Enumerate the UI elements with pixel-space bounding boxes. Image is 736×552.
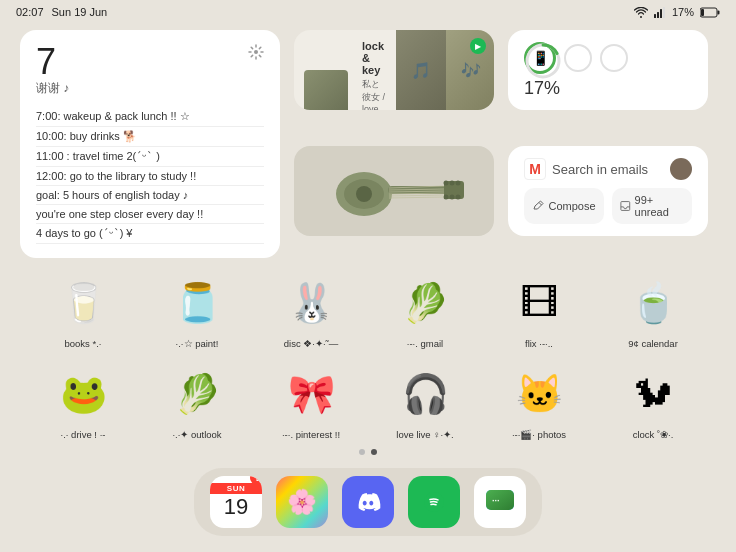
app-icon-photos[interactable]: 🐱: [508, 363, 570, 425]
app-label-flix: flix ·-·..: [525, 338, 553, 349]
status-bar: 02:07 Sun 19 Jun 17%: [0, 0, 736, 22]
status-time: 02:07: [16, 6, 44, 18]
app-flix[interactable]: 🎞 flix ·-·..: [486, 272, 592, 349]
app-lovelive[interactable]: 🎧 love live ♀·✦.: [372, 363, 478, 440]
dock-calendar[interactable]: SUN 19 9: [210, 476, 262, 528]
spotify-icon: ▶: [470, 38, 486, 54]
dock-calendar-badge: 9: [250, 476, 262, 484]
drive-icon: 🐸: [60, 375, 107, 413]
note-item-5: you're one step closer every day !!: [36, 205, 264, 224]
status-date: Sun 19 Jun: [52, 6, 108, 18]
dock-messages[interactable]: ···: [474, 476, 526, 528]
svg-rect-5: [718, 10, 720, 14]
app-icon-lovelive[interactable]: 🎧: [394, 363, 456, 425]
dock-spotify[interactable]: [408, 476, 460, 528]
app-icon-gmail[interactable]: 🥬: [394, 272, 456, 334]
app-paint[interactable]: 🫙 ·.·☆ paint!: [144, 272, 250, 349]
gmail-logo: M: [524, 158, 546, 180]
compose-button[interactable]: Compose: [524, 188, 604, 224]
page-dot-1[interactable]: [359, 449, 365, 455]
app-outlook[interactable]: 🥬 ·.·✦ outlook: [144, 363, 250, 440]
gmail-icon: 🥬: [402, 284, 449, 322]
app-icon-drive[interactable]: 🐸: [52, 363, 114, 425]
dock-photos[interactable]: 🌸: [276, 476, 328, 528]
app-icon-calendar[interactable]: 🍵: [622, 272, 684, 334]
clock-icon: 🐿: [634, 375, 672, 413]
battery-circle-3: [600, 44, 628, 72]
app-icon-pinterest[interactable]: 🎀: [280, 363, 342, 425]
gmail-avatar: [670, 158, 692, 180]
app-clock[interactable]: 🐿 clock ˚❀·.: [600, 363, 706, 440]
battery-circle-2: [564, 44, 592, 72]
battery-circles: 📱: [524, 42, 628, 74]
app-icon-paint[interactable]: 🫙: [166, 272, 228, 334]
music-widget[interactable]: lock & key 私と彼女 / love songs for an ange…: [294, 30, 494, 110]
music-info: lock & key 私と彼女 / love songs for an ange…: [294, 30, 396, 110]
battery-icon-status: [700, 7, 720, 18]
outlook-icon: 🥬: [174, 375, 221, 413]
gmail-search-text[interactable]: Search in emails: [552, 162, 664, 177]
unread-label: 99+ unread: [635, 194, 684, 218]
app-gmail[interactable]: 🥬 ·-·. gmail: [372, 272, 478, 349]
signal-icon: [654, 7, 666, 18]
unread-button[interactable]: 99+ unread: [612, 188, 692, 224]
dock-discord[interactable]: [342, 476, 394, 528]
app-drive[interactable]: 🐸 ·.· drive ! ·-: [30, 363, 136, 440]
guitar-widget[interactable]: [294, 146, 494, 236]
flix-icon: 🎞: [520, 284, 558, 322]
messages-icon-svg: ···: [484, 486, 516, 518]
dock-photos-icon: 🌸: [287, 488, 317, 516]
dock: SUN 19 9 🌸 ···: [194, 468, 542, 536]
edit-icon: [532, 200, 544, 212]
discord-icon-svg: [354, 488, 382, 516]
svg-point-15: [450, 181, 455, 186]
notes-list: 7:00: wakeup & pack lunch !! ☆ 10:00: bu…: [36, 107, 264, 244]
status-left: 02:07 Sun 19 Jun: [16, 6, 107, 18]
app-icon-clock[interactable]: 🐿: [622, 363, 684, 425]
guitar-container: [294, 146, 494, 236]
dock-calendar-day: SUN: [210, 483, 262, 494]
app-books[interactable]: 🥛 books *.·: [30, 272, 136, 349]
paint-icon: 🫙: [174, 284, 221, 322]
note-item-3: 12:00: go to the library to study !!: [36, 167, 264, 186]
svg-point-7: [254, 50, 258, 54]
photos-icon: 🐱: [516, 375, 563, 413]
notes-date: 7: [36, 44, 69, 80]
notes-settings-icon[interactable]: [248, 44, 264, 64]
app-pinterest[interactable]: 🎀 ·-·. pinterest !!: [258, 363, 364, 440]
page-dot-2[interactable]: [371, 449, 377, 455]
note-item-4: goal: 5 hours of english today ♪: [36, 186, 264, 205]
svg-line-25: [389, 195, 444, 196]
app-calendar[interactable]: 🍵 9¢ calendar: [600, 272, 706, 349]
app-label-calendar: 9¢ calendar: [628, 338, 678, 349]
app-photos[interactable]: 🐱 ·-·🎬· photos: [486, 363, 592, 440]
app-icon-books[interactable]: 🥛: [52, 272, 114, 334]
app-disc[interactable]: 🐰 disc ❖·✦·˜—: [258, 272, 364, 349]
lovelive-icon: 🎧: [402, 375, 449, 413]
inbox-icon: [620, 200, 631, 212]
status-right: 17%: [634, 6, 720, 18]
note-item-0: 7:00: wakeup & pack lunch !! ☆: [36, 107, 264, 127]
app-label-disc: disc ❖·✦·˜—: [284, 338, 338, 349]
svg-line-26: [389, 197, 444, 198]
gmail-widget[interactable]: M Search in emails Compose 99+ unread: [508, 146, 708, 236]
app-label-drive: ·.· drive ! ·-: [61, 429, 106, 440]
app-icon-disc[interactable]: 🐰: [280, 272, 342, 334]
app-icon-flix[interactable]: 🎞: [508, 272, 570, 334]
app-label-photos: ·-·🎬· photos: [512, 429, 566, 440]
app-label-pinterest: ·-·. pinterest !!: [282, 429, 340, 440]
battery-percent-widget: 17%: [524, 78, 560, 99]
app-grid-row2: 🐸 ·.· drive ! ·- 🥬 ·.·✦ outlook 🎀 ·-·. p…: [0, 363, 736, 440]
svg-rect-1: [657, 12, 659, 18]
note-item-2: 11:00 : travel time 2(ˊᵕˋ ): [36, 147, 264, 167]
music-subtitle: 私と彼女 / love songs for an angel: [362, 78, 386, 110]
app-icon-outlook[interactable]: 🥬: [166, 363, 228, 425]
battery-percent-status: 17%: [672, 6, 694, 18]
svg-point-16: [456, 181, 461, 186]
music-title: lock & key: [362, 40, 386, 76]
battery-main-circle: 📱: [524, 42, 556, 74]
svg-text:···: ···: [492, 496, 500, 506]
gmail-actions: Compose 99+ unread: [524, 188, 692, 224]
svg-rect-6: [701, 9, 704, 16]
notes-widget[interactable]: 7 谢谢 ♪ 7:00: wakeup & pack lunch !! ☆ 10…: [20, 30, 280, 258]
